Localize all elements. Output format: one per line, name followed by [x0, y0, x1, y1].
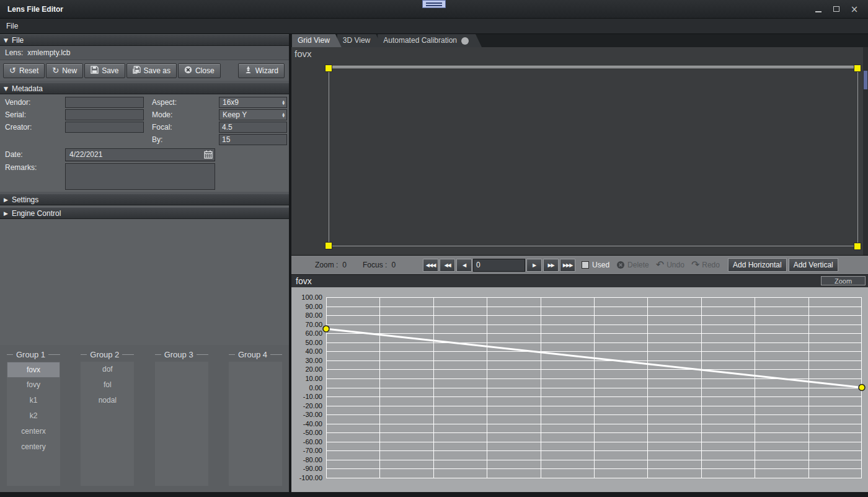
curve-point[interactable]	[323, 326, 329, 332]
delete-button[interactable]: Delete	[616, 261, 649, 269]
curve-point[interactable]	[859, 385, 865, 391]
tab-3d-view[interactable]: 3D View	[337, 34, 382, 47]
list-item-fovy[interactable]: fovy	[7, 377, 60, 393]
step-back-button[interactable]: ◀	[456, 259, 472, 272]
serial-label: Serial:	[0, 110, 65, 119]
wizard-button[interactable]: Wizard	[238, 63, 285, 78]
mode-dropdown[interactable]: Keep Y	[219, 109, 287, 120]
remarks-field[interactable]	[65, 163, 215, 190]
by-field[interactable]	[219, 134, 287, 145]
button-label: Save as	[144, 66, 170, 75]
save-icon	[91, 66, 99, 76]
minimize-button[interactable]	[814, 0, 823, 18]
undo-button[interactable]: ↶ Undo	[656, 260, 684, 270]
tab-label: 3D View	[343, 34, 370, 47]
close-icon	[184, 66, 192, 76]
grid-handle-top-left[interactable]	[325, 65, 332, 72]
group-2: Group 2doffolnodal	[81, 349, 134, 486]
grid-handle-bottom-left[interactable]	[325, 242, 332, 249]
group-3: Group 3	[155, 349, 208, 486]
frame-index-input[interactable]	[473, 259, 525, 272]
aspect-value: 16x9	[223, 98, 239, 107]
section-title: Metadata	[12, 84, 43, 93]
zoom-label: Zoom :	[315, 261, 338, 269]
close-button[interactable]: ×	[850, 0, 859, 18]
y-axis-tick-label: -100.00	[291, 474, 322, 481]
undo-icon: ↶	[656, 260, 664, 270]
serial-field[interactable]	[65, 109, 144, 120]
used-checkbox[interactable]	[582, 261, 589, 269]
parameter-groups: Group 1fovxfovyk1k2centerxcenteryGroup 2…	[0, 345, 289, 492]
grid-handle-bottom-right[interactable]	[854, 243, 861, 250]
tab-automated-calibration[interactable]: Automated Calibration	[378, 34, 482, 47]
aspect-dropdown[interactable]: 16x9	[219, 97, 287, 108]
maximize-button[interactable]	[832, 0, 841, 18]
fast-back-button[interactable]: ◀◀	[440, 259, 455, 272]
spinner-icon[interactable]	[282, 110, 285, 120]
zoom-value: 0	[342, 261, 347, 269]
section-header-settings[interactable]: Settings	[0, 194, 289, 205]
list-item-nodal[interactable]: nodal	[81, 393, 134, 408]
y-axis-tick-label: 80.00	[291, 311, 322, 319]
new-icon: ↻	[52, 66, 59, 75]
curve-plot-svg[interactable]	[326, 297, 862, 478]
new-button[interactable]: ↻New	[46, 63, 83, 78]
list-item-fovx[interactable]: fovx	[7, 362, 60, 377]
grid-edge-top	[329, 66, 858, 68]
save-as-button[interactable]: Save as	[126, 63, 177, 78]
y-axis-tick-label: -40.00	[291, 420, 322, 428]
group-legend: Group 1	[7, 349, 60, 360]
section-header-file[interactable]: File	[0, 34, 289, 46]
legend-line	[270, 354, 282, 355]
button-label: Wizard	[255, 66, 278, 75]
file-button-row: ↺Reset↻NewSaveSave asCloseWizard	[0, 60, 289, 81]
list-item-k2[interactable]: k2	[7, 408, 60, 424]
menu-file[interactable]: File	[0, 19, 24, 34]
nav-buttons-forward: ▶▶▶▶▶▶	[526, 259, 577, 272]
focal-field[interactable]	[219, 122, 287, 133]
list-item-centery[interactable]: centery	[7, 439, 60, 455]
list-item-centerx[interactable]: centerx	[7, 424, 60, 439]
redo-button[interactable]: ↷ Redo	[691, 260, 720, 270]
add-horizontal-button[interactable]: Add Horizontal	[728, 258, 787, 272]
vendor-field[interactable]	[65, 97, 144, 108]
focus-value: 0	[391, 261, 396, 269]
section-header-metadata[interactable]: Metadata	[0, 83, 289, 94]
fast-forward-button[interactable]: ▶▶	[543, 259, 559, 272]
spinner-icon[interactable]	[282, 97, 285, 107]
view-tabbar: Grid View3D ViewAutomated Calibration	[291, 34, 868, 47]
undo-label: Undo	[666, 261, 684, 269]
grid-view-scrollbar[interactable]	[863, 47, 868, 255]
scrollbar-thumb[interactable]	[864, 71, 867, 89]
by-label: By:	[144, 135, 219, 144]
wizard-icon	[244, 66, 252, 76]
date-label: Date:	[0, 150, 65, 159]
step-forward-button[interactable]: ▶	[526, 259, 542, 272]
add-vertical-button[interactable]: Add Vertical	[789, 258, 838, 272]
list-item-dof[interactable]: dof	[81, 362, 134, 377]
y-axis-tick-label: -20.00	[291, 402, 322, 410]
calendar-icon[interactable]	[204, 150, 213, 161]
left-panel-filler	[0, 219, 289, 345]
creator-field[interactable]	[65, 122, 144, 133]
grid-handle-top-right[interactable]	[854, 65, 861, 72]
tab-grid-view[interactable]: Grid View	[292, 34, 342, 47]
save-button[interactable]: Save	[84, 63, 125, 78]
legend-line	[122, 354, 134, 355]
y-axis-tick-label: -60.00	[291, 438, 322, 446]
section-header-engine-control[interactable]: Engine Control	[0, 207, 289, 219]
left-panel: File Lens: xmlempty.lcb ↺Reset↻NewSaveSa…	[0, 34, 289, 492]
date-field[interactable]	[65, 148, 215, 161]
skip-first-button[interactable]: ◀◀◀	[423, 259, 438, 272]
y-axis-tick-label: -10.00	[291, 393, 322, 400]
reset-button[interactable]: ↺Reset	[3, 63, 45, 78]
list-item-fol[interactable]: fol	[81, 377, 134, 393]
skip-last-button[interactable]: ▶▶▶	[560, 259, 575, 272]
list-item-k1[interactable]: k1	[7, 393, 60, 408]
chart-zoom-button[interactable]: Zoom	[821, 276, 866, 285]
chart-plot-area[interactable]: 100.0090.0080.0070.0060.0050.0040.0030.0…	[291, 287, 868, 492]
grid-view-canvas[interactable]: fovx	[291, 47, 868, 256]
used-label: Used	[592, 261, 609, 269]
collapse-arrow-icon	[4, 37, 8, 43]
close-button[interactable]: Close	[178, 63, 221, 78]
